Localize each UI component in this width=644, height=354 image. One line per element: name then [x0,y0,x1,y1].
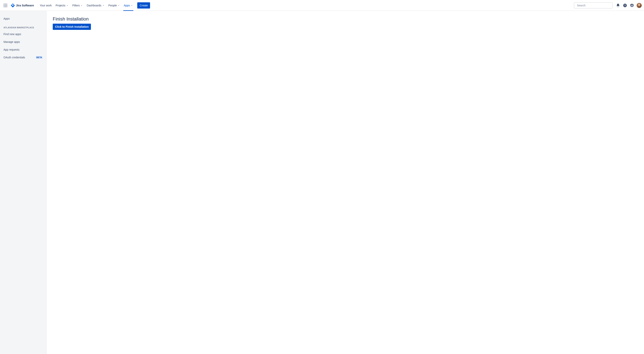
search-input[interactable] [577,4,611,7]
page-title: Finish Installation [53,16,638,22]
svg-point-6 [4,6,4,7]
notifications-icon[interactable] [615,2,621,8]
finish-installation-button[interactable]: Click to Finish Installation [53,24,91,30]
nav-right: ? [574,2,642,8]
svg-point-5 [6,5,7,6]
svg-text:?: ? [624,4,626,7]
layout: Apps Atlassian Marketplace Find new apps… [0,11,644,354]
svg-point-0 [4,4,4,4]
nav-filters[interactable]: Filters [71,2,84,8]
sidebar-item-label: App requests [4,48,20,51]
product-name: Jira Software [16,4,34,7]
sidebar-item-label: OAuth credentials [4,56,25,59]
svg-point-4 [5,5,6,6]
sidebar-title: Apps [2,16,45,22]
nav-people[interactable]: People [107,2,122,8]
chevron-down-icon [118,4,120,6]
top-navigation: Jira Software Your work Projects Filters… [0,0,644,11]
svg-point-2 [6,4,7,4]
sidebar-item-manage-apps[interactable]: Manage apps [2,38,45,46]
nav-label: Apps [124,4,130,7]
app-switcher-icon[interactable] [2,2,8,8]
main-content: Finish Installation Click to Finish Inst… [46,11,644,354]
nav-label: Projects [56,4,66,7]
chevron-down-icon [131,4,133,6]
settings-icon[interactable] [629,2,635,8]
svg-point-1 [5,4,6,4]
sidebar-section-label: Atlassian Marketplace [2,25,45,30]
beta-badge: BETA [36,56,43,59]
avatar[interactable] [637,3,642,8]
sidebar-item-label: Find new apps [4,32,21,36]
nav-dashboards[interactable]: Dashboards [85,2,106,8]
sidebar-item-oauth-credentials[interactable]: OAuth credentials BETA [2,54,45,61]
nav-your-work[interactable]: Your work [38,2,53,8]
search-box[interactable] [574,2,612,8]
chevron-down-icon [66,4,68,6]
nav-apps[interactable]: Apps [122,2,134,8]
sidebar-item-label: Manage apps [4,40,20,44]
jira-logo[interactable]: Jira Software [9,2,35,8]
sidebar-item-find-new-apps[interactable]: Find new apps [2,30,45,38]
svg-point-8 [6,6,7,7]
svg-point-7 [5,6,6,7]
chevron-down-icon [80,4,83,6]
create-button[interactable]: Create [137,2,150,8]
help-icon[interactable]: ? [622,2,628,8]
nav-label: People [108,4,117,7]
sidebar: Apps Atlassian Marketplace Find new apps… [0,11,46,354]
svg-point-3 [4,5,4,6]
primary-nav: Your work Projects Filters Dashboards Pe… [38,2,574,8]
nav-label: Your work [40,4,52,7]
nav-label: Dashboards [87,4,102,7]
nav-projects[interactable]: Projects [54,2,70,8]
sidebar-item-app-requests[interactable]: App requests [2,46,45,54]
nav-label: Filters [72,4,80,7]
chevron-down-icon [102,4,104,6]
jira-mark-icon [10,3,15,8]
